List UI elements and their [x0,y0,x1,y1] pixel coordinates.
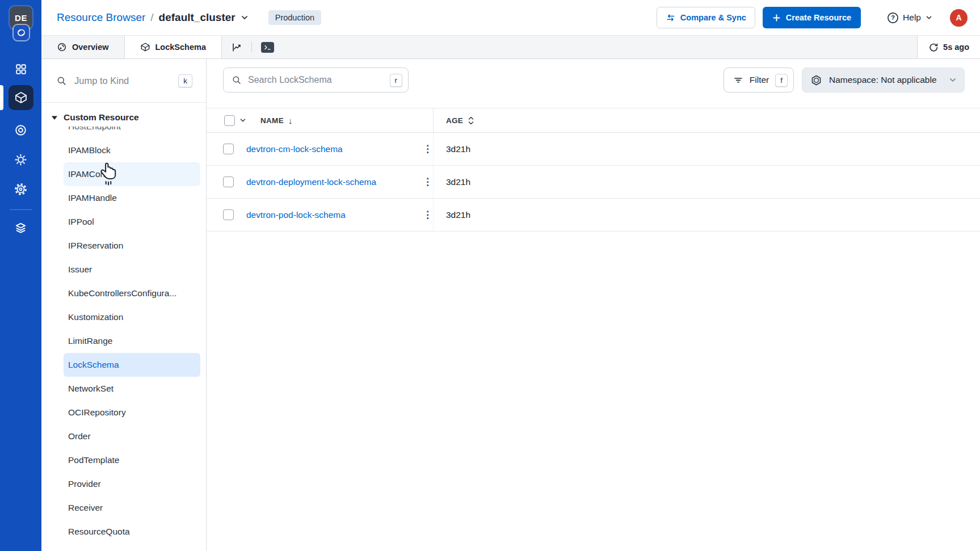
select-all-checkbox[interactable] [224,115,235,126]
user-avatar[interactable]: A [950,9,968,27]
kind-item-ippool[interactable]: IPPool [64,210,200,234]
row-actions-kebab-icon[interactable]: ⋮ [423,199,432,231]
question-circle-icon: ? [887,12,899,24]
table-row: devtron-pod-lock-schema⋮3d21h [207,199,980,232]
kind-item-ipamhandle[interactable]: IPAMHandle [64,186,200,210]
security-burst-icon[interactable] [14,153,28,166]
terminal-icon[interactable] [252,36,283,58]
environment-badge: Production [268,10,321,25]
kind-list: IPAMBlockIPAMConfigIPAMHandleIPPoolIPRes… [64,138,200,544]
kind-item-clipped[interactable]: HostEndpoint [68,127,206,134]
resource-list-pane: r Filter f Namespace: Not applicable [207,59,980,551]
namespace-select[interactable]: Namespace: Not applicable [802,68,965,92]
kind-item-ipreservation[interactable]: IPReservation [64,234,200,258]
breadcrumb-separator: / [150,11,153,24]
select-menu-chevron-icon[interactable] [239,116,247,124]
app-root: DE [0,0,980,551]
resource-name-link[interactable]: devtron-cm-lock-schema [246,144,343,154]
settings-gear-icon[interactable] [14,182,28,196]
list-toolbar: r Filter f Namespace: Not applicable [223,68,965,92]
sidebar-active-indicator [0,85,3,110]
sort-both-icon[interactable] [468,116,474,125]
top-header: Resource Browser / default_cluster Produ… [41,0,980,35]
resource-age: 3d21h [433,133,980,165]
namespace-chevron-icon [948,75,957,85]
kind-item-lockschema[interactable]: LockSchema [64,353,200,377]
kind-panel: k Custom Resource HostEndpoint IPAMBlock… [41,59,207,551]
column-header-age[interactable]: AGE [446,116,463,125]
namespace-value: Namespace: Not applicable [829,75,941,85]
tab-overview[interactable]: Overview [41,36,125,58]
devtron-logo-icon [14,25,29,40]
sidebar-nav [0,48,41,234]
column-header-age-cell: AGE [433,108,980,132]
row-actions-kebab-icon[interactable]: ⋮ [423,133,432,165]
row-checkbox[interactable] [223,176,234,187]
row-checkbox[interactable] [223,144,234,154]
kind-item-kustomization[interactable]: Kustomization [64,305,200,329]
kind-item-ocirepository[interactable]: OCIRepository [64,401,200,424]
kind-item-receiver[interactable]: Receiver [64,496,200,520]
kind-item-order[interactable]: Order [64,424,200,448]
resource-age: 3d21h [433,166,980,198]
row-checkbox[interactable] [223,209,234,220]
table-row: devtron-cm-lock-schema⋮3d21h [207,133,980,166]
plus-icon [772,14,781,22]
sidebar-divider [10,209,32,210]
compare-sync-button[interactable]: Compare & Sync [657,7,755,28]
jump-to-kind-input[interactable] [74,75,171,86]
help-chevron-icon [925,14,933,22]
jump-shortcut-badge: k [178,74,192,87]
jump-to-kind-row: k [41,59,206,103]
resource-browser-icon[interactable] [9,85,33,110]
resource-name-link[interactable]: devtron-deployment-lock-schema [246,177,376,187]
breadcrumb-cluster-name: default_cluster [159,11,235,24]
application-groups-icon[interactable] [14,123,28,137]
sort-desc-icon[interactable]: ↓ [288,116,293,125]
help-menu[interactable]: ? Help [887,12,933,24]
filter-lines-icon [733,75,743,85]
caret-down-icon [51,115,58,120]
search-icon [232,75,242,85]
table-body: devtron-cm-lock-schema⋮3d21hdevtron-depl… [207,133,980,232]
resource-search-box: r [223,68,409,92]
resource-search-input[interactable] [248,75,384,85]
kind-item-ipamblock[interactable]: IPAMBlock [64,138,200,162]
refresh-status[interactable]: 5s ago [917,36,980,58]
table-row: devtron-deployment-lock-schema⋮3d21h [207,166,980,199]
kind-item-ipamconfig[interactable]: IPAMConfig [64,162,200,186]
filter-shortcut-badge: f [775,74,788,87]
tab-lockschema[interactable]: LockSchema [125,36,222,58]
search-shortcut-badge: r [390,74,403,87]
custom-resource-group[interactable]: Custom Resource [41,108,206,127]
sidebar: DE [0,0,41,551]
breadcrumb-resource-browser[interactable]: Resource Browser [57,11,145,24]
column-header-name[interactable]: NAME [260,116,284,125]
kind-item-resourcequota[interactable]: ResourceQuota [64,520,200,544]
kind-item-limitrange[interactable]: LimitRange [64,329,200,353]
resource-age: 3d21h [433,199,980,231]
applications-grid-icon[interactable] [14,62,28,76]
kind-item-podtemplate[interactable]: PodTemplate [64,448,200,472]
svg-text:?: ? [891,14,895,21]
resource-name-link[interactable]: devtron-pod-lock-schema [246,210,346,220]
swap-arrows-icon [666,13,675,23]
cluster-tab-bar: Overview LockSchema 5s ago [41,35,980,59]
org-logo[interactable]: DE [0,0,41,48]
refresh-icon [928,43,938,52]
create-resource-button[interactable]: Create Resource [763,7,861,28]
hexagon-namespace-icon [810,74,822,86]
filter-button[interactable]: Filter f [724,68,794,92]
row-actions-kebab-icon[interactable]: ⋮ [423,166,432,198]
kind-item-provider[interactable]: Provider [64,472,200,496]
cluster-overview-icon [57,42,67,52]
cluster-switch-chevron-icon[interactable] [240,13,249,22]
search-icon [56,75,67,86]
kind-item-kubecontrollersconfigura-[interactable]: KubeControllersConfigura... [64,281,200,305]
cube-icon [140,42,150,52]
table-header: NAME ↓ AGE [207,108,980,133]
monitoring-chart-icon[interactable] [222,36,251,58]
kind-item-issuer[interactable]: Issuer [64,258,200,281]
kind-item-networkset[interactable]: NetworkSet [64,377,200,401]
stack-layers-icon[interactable] [14,221,28,234]
